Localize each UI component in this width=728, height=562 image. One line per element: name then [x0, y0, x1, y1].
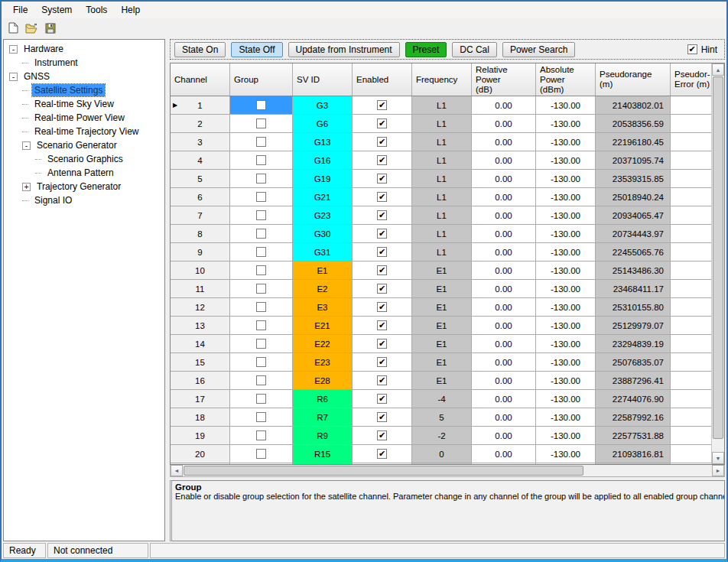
pseudorange-error-cell[interactable]: 0	[671, 133, 711, 151]
absolute-power-cell[interactable]: -130.00	[536, 262, 596, 279]
sv-id-cell[interactable]: G13	[293, 133, 353, 151]
column-header-sv-id[interactable]: SV ID	[293, 63, 353, 96]
channel-cell[interactable]: 17	[171, 390, 230, 408]
tree-item-label[interactable]: Signal IO	[32, 194, 74, 206]
relative-power-cell[interactable]: 0.00	[472, 372, 536, 389]
group-cell[interactable]	[230, 298, 293, 316]
absolute-power-cell[interactable]: -130.00	[536, 188, 596, 206]
group-checkbox[interactable]	[256, 320, 266, 330]
channel-cell[interactable]: 16	[171, 372, 230, 389]
group-checkbox[interactable]	[256, 302, 266, 312]
group-cell[interactable]	[230, 96, 293, 114]
tree-item-real-time-trajectory-view[interactable]: Real-time Trajectory View	[4, 125, 164, 138]
tree-item-label[interactable]: GNSS	[21, 70, 52, 83]
channel-cell[interactable]: 13	[171, 317, 230, 334]
save-icon[interactable]	[44, 22, 57, 34]
tree-item-real-time-power-view[interactable]: Real-time Power View	[4, 111, 164, 125]
pseudorange-error-cell[interactable]: 0	[671, 280, 711, 297]
absolute-power-cell[interactable]: -130.00	[536, 96, 596, 114]
scroll-up-icon[interactable]: ▲	[712, 63, 724, 76]
enabled-checkbox[interactable]: ✔	[377, 394, 387, 404]
relative-power-cell[interactable]: 0.00	[472, 133, 536, 151]
absolute-power-cell[interactable]: -130.00	[536, 280, 596, 297]
group-cell[interactable]	[230, 133, 293, 151]
group-cell[interactable]	[230, 445, 293, 463]
group-cell[interactable]	[230, 427, 293, 444]
pseudorange-error-cell[interactable]: 0	[671, 408, 711, 426]
enabled-cell[interactable]: ✔	[353, 427, 412, 444]
enabled-checkbox[interactable]: ✔	[377, 119, 387, 128]
enabled-checkbox[interactable]: ✔	[377, 430, 387, 440]
vertical-scrollbar[interactable]: ▲ ▼	[711, 63, 724, 464]
preset-button[interactable]: Preset	[405, 42, 447, 57]
channel-cell[interactable]: 10	[171, 262, 230, 279]
group-checkbox[interactable]	[256, 284, 266, 294]
channel-cell[interactable]: 12	[171, 298, 230, 316]
pseudorange-error-cell[interactable]: 0	[671, 298, 711, 316]
enabled-cell[interactable]: ✔	[353, 372, 412, 389]
group-cell[interactable]	[230, 335, 293, 352]
sv-id-cell[interactable]: E3	[293, 298, 353, 316]
enabled-cell[interactable]: ✔	[353, 353, 412, 371]
pseudorange-error-cell[interactable]: 0	[671, 188, 711, 206]
pseudorange-error-cell[interactable]: 0	[671, 353, 711, 371]
tree-item-label[interactable]: Real-time Trajectory View	[32, 125, 141, 138]
column-header-absolute[interactable]: Absolute Power (dBm)	[536, 63, 596, 96]
group-checkbox[interactable]	[256, 430, 266, 440]
channel-cell[interactable]: 4	[171, 151, 230, 169]
sv-id-cell[interactable]: E23	[293, 353, 353, 371]
scroll-left-icon[interactable]: ◄	[171, 465, 183, 476]
enabled-cell[interactable]: ✔	[353, 206, 412, 224]
state-off-button[interactable]: State Off	[231, 42, 282, 57]
group-cell[interactable]	[230, 408, 293, 426]
group-checkbox[interactable]	[256, 229, 266, 239]
group-checkbox[interactable]	[256, 265, 266, 275]
group-cell[interactable]	[230, 225, 293, 242]
tree-item-scenario-graphics[interactable]: Scenario Graphics	[4, 152, 164, 166]
enabled-checkbox[interactable]: ✔	[377, 137, 387, 147]
tree-item-label[interactable]: Antenna Pattern	[45, 167, 116, 179]
menu-file[interactable]: File	[6, 3, 34, 17]
tree-item-hardware[interactable]: -Hardware	[4, 42, 164, 56]
tree-item-label[interactable]: Instrument	[32, 57, 80, 69]
pseudorange-error-cell[interactable]: 0	[671, 96, 711, 114]
enabled-cell[interactable]: ✔	[353, 133, 412, 151]
enabled-cell[interactable]: ✔	[353, 243, 412, 261]
relative-power-cell[interactable]: 0.00	[472, 335, 536, 352]
absolute-power-cell[interactable]: -130.00	[536, 390, 596, 408]
enabled-cell[interactable]: ✔	[353, 115, 412, 132]
enabled-checkbox[interactable]: ✔	[377, 284, 387, 294]
absolute-power-cell[interactable]: -130.00	[536, 317, 596, 334]
channel-cell[interactable]: 15	[171, 353, 230, 371]
enabled-cell[interactable]: ✔	[353, 445, 412, 463]
tree-item-real-time-sky-view[interactable]: Real-time Sky View	[4, 97, 164, 111]
group-checkbox[interactable]	[256, 100, 266, 110]
relative-power-cell[interactable]: 0.00	[472, 390, 536, 408]
absolute-power-cell[interactable]: -130.00	[536, 225, 596, 242]
horizontal-scroll-thumb[interactable]	[184, 466, 583, 476]
sv-id-cell[interactable]: G23	[293, 206, 353, 224]
absolute-power-cell[interactable]: -130.00	[536, 151, 596, 169]
collapse-icon[interactable]: -	[9, 45, 18, 54]
enabled-checkbox[interactable]: ✔	[377, 375, 387, 385]
channel-cell[interactable]: 9	[171, 243, 230, 261]
group-checkbox[interactable]	[256, 449, 266, 459]
group-cell[interactable]	[230, 115, 293, 132]
group-cell[interactable]	[230, 151, 293, 169]
absolute-power-cell[interactable]: -130.00	[536, 335, 596, 352]
enabled-checkbox[interactable]: ✔	[377, 192, 387, 202]
pseudorange-error-cell[interactable]: 0	[671, 335, 711, 352]
pseudorange-error-cell[interactable]: 0	[671, 243, 711, 261]
column-header-frequency[interactable]: Frequency	[412, 63, 472, 96]
relative-power-cell[interactable]: 0.00	[472, 280, 536, 297]
pseudorange-error-cell[interactable]: 0	[671, 225, 711, 242]
absolute-power-cell[interactable]: -130.00	[536, 408, 596, 426]
tree-item-scenario-generator[interactable]: -Scenario Generator	[4, 138, 164, 152]
horizontal-scrollbar[interactable]: ◄ ►	[170, 465, 725, 477]
pseudorange-error-cell[interactable]: 0	[671, 262, 711, 279]
relative-power-cell[interactable]: 0.00	[472, 115, 536, 132]
absolute-power-cell[interactable]: -130.00	[536, 206, 596, 224]
pseudorange-error-cell[interactable]: 0	[671, 115, 711, 132]
channel-cell[interactable]: 20	[171, 445, 230, 463]
enabled-cell[interactable]: ✔	[353, 317, 412, 334]
